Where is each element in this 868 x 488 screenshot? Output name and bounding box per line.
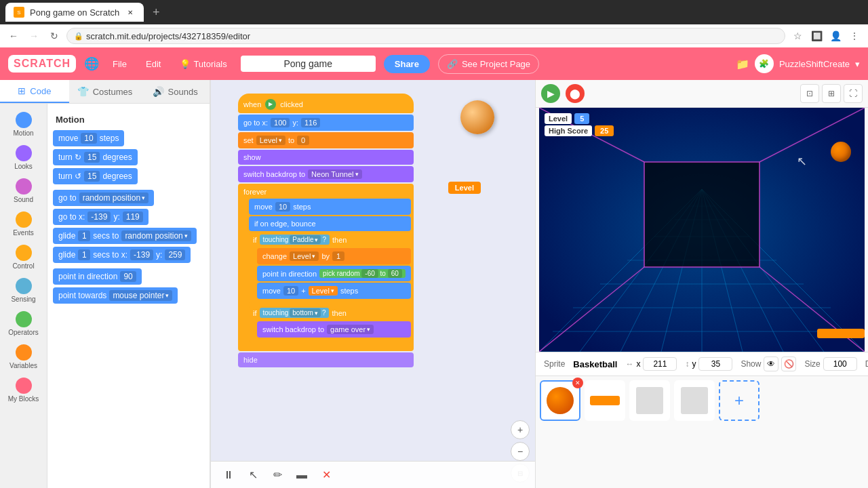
pencil-tool-button[interactable]: ✏ bbox=[268, 466, 287, 485]
x-input[interactable] bbox=[643, 357, 677, 371]
globe-button[interactable]: 🌐 bbox=[84, 56, 99, 71]
sprite-info-bar: Sprite Basketball ↔ x ↕ y bbox=[536, 352, 868, 376]
stage-canvas: Level 5 High Score 25 ↖ bbox=[539, 108, 865, 352]
user-name-label[interactable]: PuzzleShiftCreate bbox=[779, 59, 850, 69]
size-input[interactable] bbox=[823, 357, 857, 371]
block-point-dir[interactable]: point in direction 90 bbox=[53, 268, 142, 285]
stop-button[interactable]: ⬤ bbox=[566, 84, 585, 103]
browser-chrome: S Pong game on Scratch ✕ + ← → ↻ 🔒 scrat… bbox=[0, 0, 868, 47]
zoom-out-button[interactable]: − bbox=[511, 442, 530, 461]
block-show[interactable]: show bbox=[238, 150, 414, 165]
block-turn-ccw[interactable]: turn ↺ 15 degrees bbox=[53, 168, 138, 184]
block-hide-partial[interactable]: hide bbox=[238, 352, 414, 367]
direction-control: Direction bbox=[865, 357, 868, 371]
size-control: Size bbox=[804, 357, 856, 371]
back-button[interactable]: ← bbox=[5, 28, 22, 44]
category-sensing[interactable]: Sensing bbox=[3, 275, 44, 306]
edit-menu[interactable]: Edit bbox=[140, 56, 166, 72]
block-move-level[interactable]: move 10 + Level steps bbox=[257, 283, 411, 299]
nav-icons: ☆ 🔲 👤 ⋮ bbox=[789, 28, 863, 44]
add-sprite-button[interactable]: + bbox=[719, 380, 760, 421]
block-switch-backdrop[interactable]: switch backdrop to Neon Tunnel bbox=[238, 166, 414, 182]
sprite-thumb-basketball[interactable]: ✕ bbox=[540, 380, 580, 421]
category-events[interactable]: Events bbox=[3, 209, 44, 239]
small-stage-button[interactable]: ⊡ bbox=[800, 84, 819, 103]
block-glide-xy[interactable]: glide 1 secs to x: -139 y: 259 bbox=[53, 247, 191, 263]
tab-close-icon[interactable]: ✕ bbox=[125, 7, 136, 18]
new-tab-button[interactable]: + bbox=[146, 3, 165, 22]
category-sound[interactable]: Sound bbox=[3, 176, 44, 206]
active-tab[interactable]: S Pong game on Scratch ✕ bbox=[5, 3, 144, 22]
zoom-in-button[interactable]: + bbox=[511, 420, 530, 439]
show-controls: Show 👁 🚫 bbox=[741, 357, 796, 371]
operators-dot bbox=[16, 311, 32, 327]
show-hidden-button[interactable]: 🚫 bbox=[781, 357, 796, 371]
show-visible-button[interactable]: 👁 bbox=[764, 357, 778, 371]
editor-tabs: ⊞ Code 👕 Costumes 🔊 Sounds bbox=[0, 80, 210, 104]
menu-icon[interactable]: ⋮ bbox=[846, 28, 863, 44]
category-control[interactable]: Control bbox=[3, 242, 44, 272]
y-input[interactable] bbox=[698, 357, 732, 371]
block-change-level[interactable]: change Level by 1 bbox=[257, 248, 411, 264]
block-gameover[interactable]: switch backdrop to game over bbox=[257, 321, 411, 338]
block-point-random[interactable]: point in direction pick random -60 to 60 bbox=[257, 266, 411, 281]
scratch-logo[interactable]: SCRATCH bbox=[8, 55, 76, 73]
block-if-paddle[interactable]: if touching Paddle ? then change Level b… bbox=[249, 232, 411, 304]
block-set-level[interactable]: set Level to 0 bbox=[238, 132, 414, 148]
sprite-thumb-paddle[interactable] bbox=[585, 380, 625, 421]
tab-code[interactable]: ⊞ Code bbox=[0, 80, 69, 103]
sound-dot bbox=[16, 178, 32, 195]
category-looks[interactable]: Looks bbox=[3, 142, 44, 173]
share-button[interactable]: Share bbox=[384, 55, 430, 73]
sounds-tab-label: Sounds bbox=[168, 87, 198, 97]
block-goto-xy[interactable]: go to x: -139 y: 119 bbox=[53, 209, 149, 225]
block-forever[interactable]: forever move 10 steps if on edge, bounce… bbox=[238, 184, 414, 351]
see-project-page-button[interactable]: 🔗 See Project Page bbox=[438, 54, 539, 74]
user-menu-arrow[interactable]: ▾ bbox=[855, 59, 860, 69]
fullscreen-button[interactable]: ⛶ bbox=[844, 84, 863, 103]
tab-sounds[interactable]: 🔊 Sounds bbox=[140, 80, 210, 103]
forward-button[interactable]: → bbox=[26, 28, 42, 44]
sprite-thumb-blank1[interactable] bbox=[629, 380, 670, 421]
eraser-tool-button[interactable]: ▬ bbox=[292, 466, 311, 485]
tab-title: Pong game on Scratch bbox=[30, 7, 119, 18]
perspective-grid bbox=[539, 108, 865, 352]
operators-label: Operators bbox=[8, 329, 38, 336]
sprite-thumb-blank2[interactable] bbox=[674, 380, 715, 421]
block-if-bottom[interactable]: if touching bottom ? then switch backdro… bbox=[249, 306, 411, 343]
file-menu[interactable]: File bbox=[107, 56, 132, 72]
basketball-sprite-img bbox=[547, 387, 574, 414]
block-turn-cw[interactable]: turn ↻ 15 degrees bbox=[53, 149, 138, 165]
project-name-input[interactable] bbox=[241, 56, 376, 72]
costumes-tab-label: Costumes bbox=[93, 87, 133, 97]
block-move[interactable]: move 10 steps bbox=[53, 130, 124, 146]
category-operators[interactable]: Operators bbox=[3, 308, 44, 339]
category-motion[interactable]: Motion bbox=[3, 109, 44, 140]
bookmark-icon[interactable]: ☆ bbox=[789, 28, 806, 44]
folder-icon[interactable]: 📁 bbox=[736, 58, 749, 70]
block-point-towards[interactable]: point towards mouse pointer bbox=[53, 287, 178, 304]
tab-costumes[interactable]: 👕 Costumes bbox=[69, 80, 141, 103]
normal-stage-button[interactable]: ⊞ bbox=[822, 84, 841, 103]
pause-button[interactable]: ⏸ bbox=[219, 466, 238, 485]
block-move-script[interactable]: move 10 steps bbox=[249, 199, 411, 215]
category-myblocks[interactable]: My Blocks bbox=[3, 375, 44, 405]
block-when-flag[interactable]: when ▶ clicked bbox=[238, 94, 414, 113]
sprite-delete-btn[interactable]: ✕ bbox=[572, 378, 583, 388]
costumes-tab-icon: 👕 bbox=[77, 86, 89, 97]
green-flag-button[interactable]: ▶ bbox=[541, 84, 560, 103]
block-bounce[interactable]: if on edge, bounce bbox=[249, 216, 411, 231]
block-glide-pos[interactable]: glide 1 secs to random position bbox=[53, 228, 197, 244]
category-variables[interactable]: Variables bbox=[3, 342, 44, 372]
paddle-sprite-img bbox=[590, 396, 620, 405]
block-goto[interactable]: go to random position bbox=[53, 190, 154, 206]
reload-button[interactable]: ↻ bbox=[46, 28, 62, 44]
pointer-tool-button[interactable]: ↖ bbox=[243, 466, 262, 485]
extension-icon[interactable]: 🔲 bbox=[808, 28, 825, 44]
level-value: 5 bbox=[574, 113, 589, 124]
block-goto-xy-script[interactable]: go to x: 100 y: 116 bbox=[238, 115, 414, 131]
profile-icon[interactable]: 👤 bbox=[827, 28, 844, 44]
address-bar[interactable]: 🔒 scratch.mit.edu/projects/432718359/edi… bbox=[66, 28, 785, 44]
close-tool-button[interactable]: ✕ bbox=[317, 466, 336, 485]
tutorials-button[interactable]: 💡 Tutorials bbox=[174, 56, 232, 72]
